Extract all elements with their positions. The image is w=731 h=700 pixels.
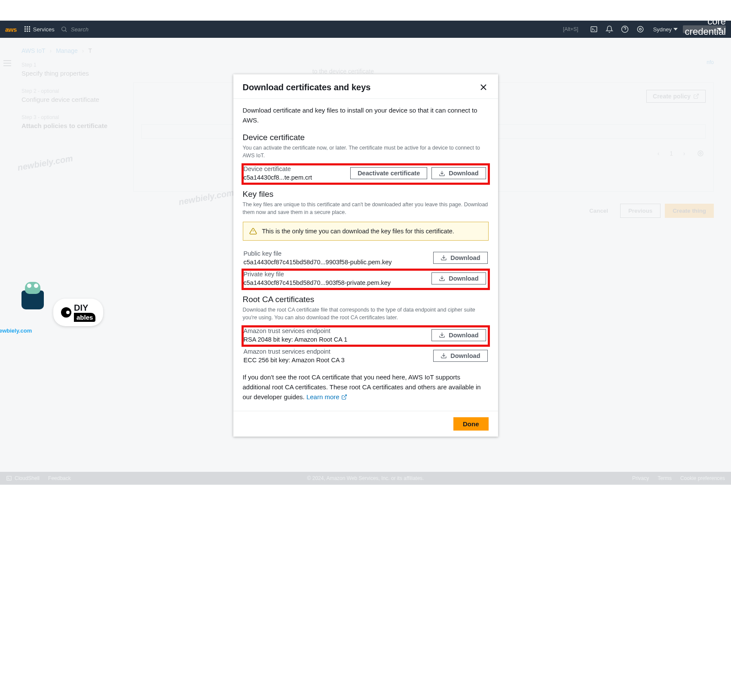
caret-down-icon [717,27,722,31]
deactivate-certificate-button[interactable]: Deactivate certificate [350,167,427,179]
search-icon [61,26,67,33]
learn-more-label: Learn more [306,392,340,402]
download-icon [440,352,447,359]
root-ca-heading: Root CA certificates [243,295,489,304]
root-ca-rsa-label: Amazon trust services endpoint [244,327,348,334]
svg-rect-8 [29,31,30,32]
done-button[interactable]: Done [453,417,489,431]
svg-marker-17 [673,28,678,31]
device-certificate-filename: c5a14430cf8...te.pem.crt [244,174,312,181]
download-label: Download [449,170,478,177]
device-certificate-label: Device certificate [244,165,312,172]
svg-marker-18 [717,28,722,31]
root-ca-ecc-row: Amazon trust services endpoint ECC 256 b… [243,345,489,368]
public-key-row: Public key file c5a14430cf87c415bd58d70.… [243,248,489,270]
region-label: Sydney [653,26,672,33]
svg-rect-5 [29,28,30,30]
account-menu[interactable] [683,25,726,33]
svg-line-34 [343,395,346,397]
deactivate-label: Deactivate certificate [358,170,420,177]
download-icon [439,170,445,177]
svg-rect-3 [24,28,26,30]
warning-icon [249,227,257,235]
private-key-label: Private key file [244,271,391,278]
grid-icon [24,26,31,32]
device-certificate-heading: Device certificate [243,133,489,142]
download-private-key-button[interactable]: Download [431,272,486,284]
root-ca-note-text: If you don't see the root CA certificate… [243,373,481,401]
cloudshell-icon[interactable] [586,25,602,33]
root-ca-rsa-value: RSA 2048 bit key: Amazon Root CA 1 [244,336,348,343]
download-root-ca-rsa-button[interactable]: Download [431,329,486,341]
download-label: Download [449,275,478,282]
warning-text: This is the only time you can download t… [262,228,454,235]
svg-line-10 [65,31,67,32]
settings-icon[interactable] [633,25,648,33]
svg-rect-6 [24,31,26,32]
region-selector[interactable]: Sydney [653,26,678,33]
download-label: Download [449,332,478,339]
close-icon [480,84,487,91]
modal-title: Download certificates and keys [243,83,371,92]
root-ca-rsa-row: Amazon trust services endpoint RSA 2048 … [243,327,489,345]
notifications-icon[interactable] [602,25,617,33]
download-icon [440,254,447,261]
help-icon[interactable] [617,25,633,33]
learn-more-link[interactable]: Learn more [306,392,347,402]
search-shortcut: [Alt+S] [563,26,578,32]
download-icon [439,275,445,281]
aws-logo: aws [5,26,17,33]
key-files-warning: This is the only time you can download t… [243,222,489,241]
root-ca-subtext: Download the root CA certificate file th… [243,306,489,321]
caret-down-icon [673,27,678,31]
search-placeholder: Search [71,26,89,33]
public-key-label: Public key file [244,250,392,257]
download-label: Download [450,352,480,359]
svg-rect-4 [27,28,28,30]
root-ca-note: If you don't see the root CA certificate… [243,372,489,402]
svg-point-16 [637,26,643,32]
external-link-icon [341,394,347,400]
svg-point-15 [639,28,641,31]
public-key-filename: c5a14430cf87c415bd58d70...9903f58-public… [244,259,392,266]
key-files-subtext: The key files are unique to this certifi… [243,201,489,216]
download-label: Download [450,254,480,261]
watermark-newbiely-label: newbiely.com [0,327,44,334]
top-nav: aws Services Search [Alt+S] Sydney core … [0,21,731,38]
download-public-key-button[interactable]: Download [433,252,487,264]
key-files-heading: Key files [243,190,489,199]
svg-rect-0 [24,26,26,28]
search-bar[interactable]: Search [61,26,241,33]
watermark-diy-label: DIY [74,303,95,313]
modal-intro-text: Download certificate and key files to in… [243,106,489,125]
close-button[interactable] [478,82,489,92]
device-certificate-row: Device certificate c5a14430cf8...te.pem.… [243,165,489,183]
services-menu[interactable]: Services [24,26,55,33]
services-label: Services [33,26,55,33]
svg-rect-2 [29,26,30,28]
watermark-diyables-logo: DIY ables [53,299,103,326]
download-device-cert-button[interactable]: Download [431,167,486,179]
root-ca-ecc-label: Amazon trust services endpoint [244,348,345,355]
download-root-ca-ecc-button[interactable]: Download [433,350,487,362]
root-ca-ecc-value: ECC 256 bit key: Amazon Root CA 3 [244,357,345,364]
svg-point-9 [61,27,65,31]
svg-rect-11 [591,27,597,32]
private-key-row: Private key file c5a14430cf87c415bd58d70… [243,270,489,289]
svg-rect-1 [27,26,28,28]
svg-rect-7 [27,31,28,32]
device-certificate-subtext: You can activate the certificate now, or… [243,144,489,159]
download-icon [439,332,445,338]
private-key-filename: c5a14430cf87c415bd58d70...903f58-private… [244,279,391,286]
watermark-newbiely-logo: newbiely.com DIY ables [21,290,103,334]
download-certificates-modal: Download certificates and keys Download … [233,74,498,437]
watermark-ables-label: ables [74,313,95,322]
